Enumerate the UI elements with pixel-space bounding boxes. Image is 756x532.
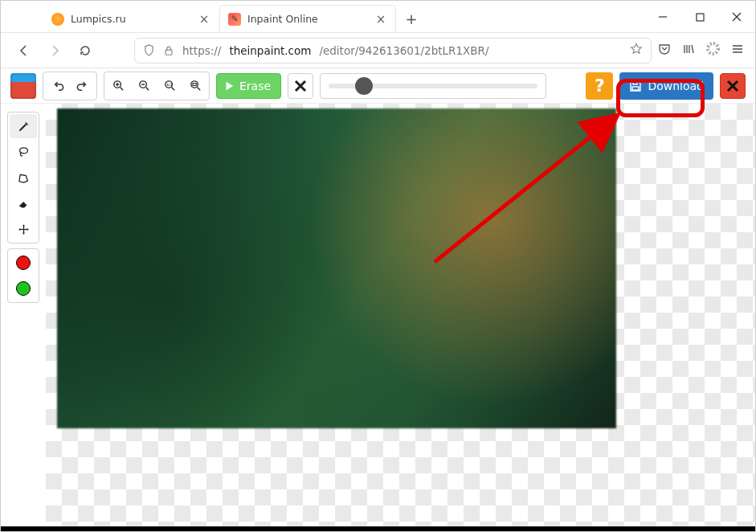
library-icon[interactable] xyxy=(682,43,695,59)
pocket-icon[interactable] xyxy=(658,43,671,59)
close-app-button[interactable] xyxy=(720,73,746,99)
zoom-fit-button[interactable] xyxy=(183,74,207,98)
redo-button[interactable] xyxy=(71,74,95,98)
zoom-group: 1:1 xyxy=(104,72,210,100)
polygon-tool[interactable] xyxy=(10,166,37,190)
svg-rect-4 xyxy=(166,50,172,55)
svg-text:1:1: 1:1 xyxy=(166,83,173,87)
zoom-out-button[interactable] xyxy=(132,74,156,98)
tab-title: Lumpics.ru xyxy=(71,13,191,25)
zoom-actual-button[interactable]: 1:1 xyxy=(157,74,182,98)
url-protocol: https:// xyxy=(182,44,221,57)
inpaint-app: 1:1 Erase ? Download xyxy=(1,68,755,531)
erase-button[interactable]: Erase xyxy=(216,73,281,99)
svg-rect-1 xyxy=(697,14,704,21)
selection-tools-group xyxy=(7,112,39,243)
url-path: /editor/942613601/2btLR1XBR/ xyxy=(319,44,488,57)
svg-rect-25 xyxy=(632,87,639,90)
favicon-inpaint: ✎ xyxy=(228,13,241,26)
brush-size-slider[interactable] xyxy=(329,84,537,88)
slider-knob[interactable] xyxy=(355,77,373,95)
nav-back-button[interactable] xyxy=(12,39,36,63)
cancel-button[interactable] xyxy=(288,73,313,99)
download-button[interactable]: Download xyxy=(619,72,713,100)
url-input[interactable]: https://theinpaint.com/editor/942613601/… xyxy=(134,38,652,63)
svg-rect-21 xyxy=(192,84,195,86)
window-maximize-button[interactable] xyxy=(681,1,718,33)
svg-line-14 xyxy=(145,88,149,91)
brush-size-slider-box xyxy=(320,73,546,99)
move-tool[interactable] xyxy=(10,217,37,241)
image-canvas[interactable] xyxy=(57,108,616,428)
erase-label: Erase xyxy=(239,80,271,92)
play-icon xyxy=(223,80,235,92)
shield-icon xyxy=(143,44,155,56)
undo-redo-group xyxy=(43,72,97,100)
lock-icon xyxy=(163,45,174,56)
color-mask-group xyxy=(7,248,39,303)
marker-tool[interactable] xyxy=(10,114,37,138)
nav-reload-button[interactable] xyxy=(73,39,97,63)
window-close-button[interactable] xyxy=(718,1,755,33)
svg-line-17 xyxy=(171,88,174,91)
keep-mask-color[interactable] xyxy=(10,276,37,301)
download-label: Download xyxy=(648,80,704,92)
app-logo[interactable] xyxy=(10,73,36,99)
account-icon[interactable] xyxy=(706,42,720,59)
svg-line-20 xyxy=(197,88,200,91)
remove-mask-color[interactable] xyxy=(10,251,37,275)
browser-tab-lumpics[interactable]: Lumpics.ru × xyxy=(43,5,219,32)
undo-button[interactable] xyxy=(45,74,69,98)
url-domain: theinpaint.com xyxy=(229,44,311,57)
nav-forward-button xyxy=(43,39,67,63)
canvas-area[interactable] xyxy=(46,104,755,531)
window-minimize-button[interactable] xyxy=(644,1,681,33)
window-controls xyxy=(644,1,755,33)
close-tab-icon[interactable]: × xyxy=(198,13,210,26)
help-glyph: ? xyxy=(595,76,605,96)
bottom-border xyxy=(1,526,755,531)
browser-right-icons xyxy=(658,42,744,59)
app-menu-icon[interactable] xyxy=(731,43,744,59)
svg-point-19 xyxy=(190,81,198,88)
svg-line-10 xyxy=(120,88,123,91)
side-toolbar xyxy=(1,104,46,531)
svg-rect-24 xyxy=(633,81,637,84)
browser-tab-strip: Lumpics.ru × ✎ Inpaint Online × + xyxy=(1,1,755,33)
work-area xyxy=(1,104,755,531)
browser-tab-inpaint[interactable]: ✎ Inpaint Online × xyxy=(219,5,396,32)
favicon-lumpics xyxy=(51,13,64,26)
tab-title: Inpaint Online xyxy=(247,13,368,25)
lasso-tool[interactable] xyxy=(10,140,37,164)
close-tab-icon[interactable]: × xyxy=(374,13,387,26)
floppy-icon xyxy=(629,80,642,92)
svg-point-28 xyxy=(19,147,27,153)
app-toolbar: 1:1 Erase ? Download xyxy=(1,68,755,104)
bookmark-star-icon[interactable] xyxy=(630,43,643,58)
help-button[interactable]: ? xyxy=(586,72,613,100)
eraser-tool[interactable] xyxy=(10,191,37,215)
svg-point-5 xyxy=(708,43,718,54)
zoom-in-button[interactable] xyxy=(106,74,130,98)
new-tab-button[interactable]: + xyxy=(399,6,423,31)
browser-address-bar: https://theinpaint.com/editor/942613601/… xyxy=(1,33,755,68)
